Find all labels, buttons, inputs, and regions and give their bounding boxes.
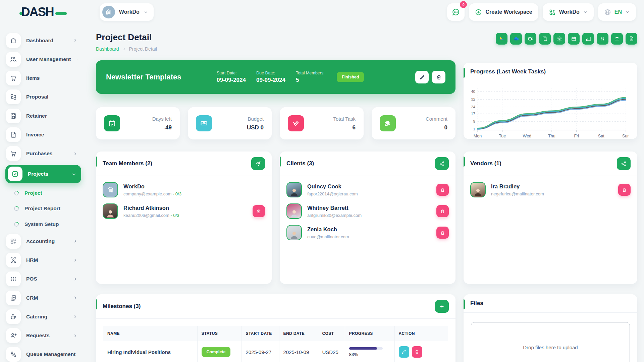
file-dropzone[interactable]: Drop files here to upload [471, 322, 630, 362]
workspace-name: WorkDo [119, 9, 140, 15]
trash-icon [622, 187, 627, 192]
quick-actions-toolbar [496, 33, 637, 45]
trash-icon [440, 209, 445, 214]
building-icon [105, 8, 112, 16]
logo-text: DASH [21, 5, 54, 19]
money-icon [196, 115, 212, 131]
add-milestone-button[interactable] [435, 300, 449, 313]
progress-chart-panel: Progress (Last Week Tasks) 1917243240Mon… [464, 63, 637, 139]
share-clients-button[interactable] [435, 157, 449, 170]
chevron-down-icon [71, 172, 76, 177]
sidebar-item-user-management[interactable]: User Management [5, 52, 81, 67]
calendar-button[interactable] [568, 33, 580, 45]
chevron-right-icon [73, 151, 78, 156]
edit-milestone-button[interactable] [399, 346, 409, 358]
remove-vendor-button[interactable] [618, 184, 631, 196]
chart-button[interactable] [582, 33, 594, 45]
create-workspace-label: Create Workspace [485, 9, 532, 15]
delete-milestone-button[interactable] [412, 346, 422, 358]
calendar-icon [104, 115, 120, 131]
progress-percent: 83% [349, 352, 390, 357]
timeline-button[interactable] [597, 33, 608, 45]
breadcrumb-current: Project Detail [129, 46, 157, 52]
col-action: ACTION [394, 326, 448, 341]
remove-client-button[interactable] [436, 227, 449, 239]
workspace-avatar [102, 6, 115, 18]
avatar [286, 203, 302, 219]
sidebar-item-catering[interactable]: Catering [5, 309, 81, 324]
app-switcher-button[interactable]: WorkDo [543, 3, 594, 21]
workspace-selector[interactable]: WorkDo [100, 3, 154, 21]
sidebar-item-requests[interactable]: Requests [5, 328, 81, 343]
sidebar-item-hrm[interactable]: HRM [5, 252, 81, 267]
stat-comment: Comment 0 [372, 107, 455, 139]
users-icon [6, 52, 21, 67]
app-logo[interactable]: DASH [19, 5, 67, 19]
chevron-right-icon [73, 314, 78, 319]
app-switcher-label: WorkDo [559, 9, 580, 15]
breadcrumb-dashboard-link[interactable]: Dashboard [96, 46, 119, 52]
sidebar-item-accounting[interactable]: Accounting [5, 234, 81, 249]
chevron-down-icon [144, 10, 148, 14]
settings-button[interactable] [553, 33, 565, 45]
bug-button[interactable] [611, 33, 623, 45]
language-selector[interactable]: EN [598, 3, 636, 21]
globe-icon [604, 9, 611, 16]
trash-icon [440, 187, 445, 192]
google-drive-button[interactable] [496, 33, 507, 45]
sidebar-subitem-project[interactable]: Project [5, 187, 81, 199]
col-status: STATUS [197, 326, 241, 341]
sidebar-item-pos[interactable]: POS [5, 272, 81, 287]
swap-grid-icon [6, 89, 21, 104]
sidebar-item-queue-management[interactable]: Queue Management [5, 347, 81, 362]
share-vendors-button[interactable] [617, 157, 631, 170]
double-check-icon [288, 115, 304, 131]
svg-text:Tue: Tue [499, 134, 506, 138]
remove-client-button[interactable] [436, 205, 449, 217]
progress-chart: 1917243240MonTueWedThuFriSatSun [466, 84, 629, 139]
sidebar-item-projects[interactable]: Projects [5, 165, 81, 183]
plus-icon [439, 304, 445, 309]
remove-member-button[interactable] [253, 205, 265, 217]
copy-button[interactable] [539, 33, 551, 45]
svg-text:24: 24 [471, 105, 475, 109]
trash-icon [440, 230, 445, 235]
edit-project-button[interactable] [415, 71, 429, 83]
avatar [470, 182, 486, 197]
coffee-cup-icon [6, 309, 21, 324]
status-badge: Finished [337, 72, 364, 82]
sidebar-item-invoice[interactable]: Invoice [5, 127, 81, 142]
progress-bar [349, 347, 383, 350]
team-members-title: Team Members (2) [103, 160, 152, 167]
chevron-right-icon [73, 333, 78, 338]
clients-title: Clients (3) [286, 160, 314, 167]
delete-project-button[interactable] [432, 71, 445, 83]
vendors-title: Vendors (1) [470, 160, 501, 167]
page-title: Project Detail [96, 32, 157, 43]
avatar [286, 182, 302, 197]
invite-member-button[interactable] [251, 157, 265, 170]
milestones-table: NAME STATUS START DATE END DATE COST PRO… [103, 326, 448, 362]
clients-panel: Clients (3) Quincy Cook fapor22014@ogler… [280, 152, 455, 284]
sidebar-item-crm[interactable]: CRM [5, 290, 81, 305]
sidebar-item-dashboard[interactable]: Dashboard [5, 33, 81, 48]
sidebar-item-purchases[interactable]: Purchases [5, 146, 81, 161]
sidebar-item-proposal[interactable]: Proposal [5, 89, 81, 105]
sidebar-subitem-system-setup[interactable]: System Setup [5, 218, 81, 230]
avatar [286, 225, 302, 240]
sidebar-subitem-project-report[interactable]: Project Report [5, 202, 81, 214]
report-file-button[interactable] [626, 33, 637, 45]
messages-button[interactable]: 0 [447, 3, 465, 21]
dots-grid-icon [6, 272, 21, 286]
share-icon [439, 161, 445, 167]
sidebar-item-items[interactable]: Items [5, 71, 81, 86]
chevron-right-icon [73, 239, 78, 244]
chevron-right-icon [73, 277, 78, 282]
col-progress: PROGRESS [345, 326, 394, 341]
onedrive-button[interactable] [510, 33, 522, 45]
video-record-button[interactable] [525, 33, 536, 45]
create-workspace-button[interactable]: Create Workspace [469, 3, 538, 21]
svg-text:Fri: Fri [574, 134, 579, 138]
remove-client-button[interactable] [436, 184, 449, 196]
sidebar-item-retainer[interactable]: Retainer [5, 108, 81, 123]
